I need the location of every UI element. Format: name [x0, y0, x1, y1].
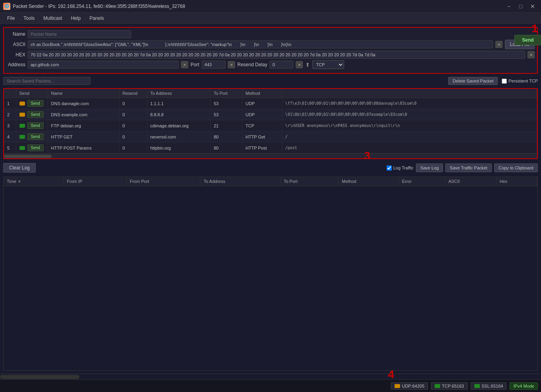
send-row4-button[interactable]: Send — [27, 133, 44, 140]
packet-editor-panel: 1 Name 2 Send Save ASCII ✕ Load File HEX — [3, 27, 538, 74]
log-traffic-label: Log Traffic — [393, 165, 414, 170]
log-col-method: Method — [339, 177, 399, 186]
log-traffic-checkbox[interactable] — [387, 165, 392, 171]
panel4-label: 4 — [388, 368, 394, 381]
menu-file[interactable]: File — [3, 15, 19, 22]
address-row: Address ✕ Port ✕ Resend Delay ✕ ⬆ TCP UD… — [6, 60, 535, 69]
log-traffic-check[interactable]: Log Traffic — [387, 165, 414, 171]
row3-port: 21 — [210, 120, 242, 131]
save-log-button[interactable]: Save Log — [416, 163, 443, 172]
minimize-button[interactable]: − — [504, 2, 514, 10]
col-resend: Resend — [119, 89, 147, 98]
send-button[interactable]: Send — [514, 35, 541, 45]
menu-multicast[interactable]: Multicast — [39, 15, 66, 22]
send-row1-button[interactable]: Send — [27, 100, 44, 107]
row1-method: UDP — [242, 98, 282, 109]
send-row2-button[interactable]: Send — [27, 111, 44, 118]
col-to-port: To Port — [210, 89, 242, 98]
row4-data: / — [282, 131, 537, 142]
log-toolbar: Clear Log Log Traffic Save Log Save Traf… — [3, 161, 538, 174]
hex-row: HEX ✕ — [6, 51, 535, 59]
window-controls[interactable]: − □ ✕ — [504, 2, 538, 10]
hex-clear-button[interactable]: ✕ — [528, 51, 535, 58]
address-clear-button[interactable]: ✕ — [181, 61, 188, 68]
table-row: 5 Send HTTP POST Params 0 httpbin.org 80… — [4, 142, 537, 154]
close-button[interactable]: ✕ — [528, 2, 538, 10]
row1-name: DNS dannagle.com — [48, 98, 119, 109]
search-toolbar: Delete Saved Packet Persistent TCP — [3, 76, 538, 86]
row2-port: 53 — [210, 109, 242, 120]
upload-icon: ⬆ — [305, 61, 310, 68]
copy-clipboard-button[interactable]: Copy to Clipboard — [494, 163, 538, 172]
title-bar-left: 🌐 Packet Sender - IPs: 192.168.254.11, f… — [3, 3, 185, 10]
ascii-input[interactable] — [28, 40, 493, 48]
name-input[interactable] — [28, 30, 131, 38]
delete-saved-button[interactable]: Delete Saved Packet — [448, 77, 498, 85]
main-content: 1 Name 2 Send Save ASCII ✕ Load File HEX — [0, 24, 541, 374]
panel1-label: 1 — [531, 24, 538, 35]
row3-address: cdimage.debian.org — [147, 120, 210, 131]
log-table-container: Time ▼ From IP From Port To Address To P… — [3, 177, 538, 371]
send-icon-http2 — [19, 146, 25, 150]
udp-status: UDP:64205 — [391, 382, 428, 390]
save-traffic-button[interactable]: Save Traffic Packet — [445, 163, 492, 172]
row5-port: 80 — [210, 142, 242, 154]
sort-icon[interactable]: ▼ — [17, 179, 21, 184]
bottom-scrollbar[interactable] — [0, 374, 541, 379]
row4-name: HTTP GET — [48, 131, 119, 142]
table-scrollbar[interactable] — [4, 154, 537, 158]
maximize-button[interactable]: □ — [516, 2, 526, 10]
port-label: Port — [191, 62, 199, 67]
row3-name: FTP debian.org — [48, 120, 119, 131]
send-icon-udp2 — [19, 113, 25, 117]
menu-panels[interactable]: Panels — [85, 15, 108, 22]
row3-method: TCP — [242, 120, 282, 131]
col-name: Name — [48, 89, 119, 98]
persistent-tcp-label: Persistent TCP — [508, 79, 538, 83]
window-title: Packet Sender - IPs: 192.168.254.11, fe8… — [13, 4, 185, 9]
send-icon-udp — [19, 102, 25, 106]
row1-address: 1.1.1.1 — [147, 98, 210, 109]
log-col-ascii: ASCII — [445, 177, 496, 186]
persistent-tcp-checkbox[interactable] — [502, 79, 507, 84]
clear-log-button[interactable]: Clear Log — [3, 163, 36, 173]
row4-address: neverssl.com — [147, 131, 210, 142]
port-input[interactable] — [202, 61, 225, 69]
send-row3-button[interactable]: Send — [27, 122, 44, 129]
ascii-clear-button[interactable]: ✕ — [495, 41, 502, 48]
row4-method: HTTP Get — [242, 131, 282, 142]
menu-bar: File Tools Multicast Help Panels — [0, 13, 541, 24]
saved-packets-panel: 3 Send Name Resend To Address To Port Me… — [3, 88, 538, 159]
log-col-from-ip: From IP — [64, 177, 126, 186]
row3-data: \r\nUSER anonymous\r\nPASS anonymous\r\n… — [282, 120, 537, 131]
menu-help[interactable]: Help — [67, 15, 85, 22]
bottom-scrollbar-thumb[interactable] — [0, 375, 79, 379]
row1-port: 53 — [210, 98, 242, 109]
name-row: Name 2 Send Save — [6, 30, 535, 38]
ascii-label: ASCII — [6, 42, 25, 47]
log-col-error: Error — [399, 177, 445, 186]
row1-resend: 0 — [119, 98, 147, 109]
persistent-tcp-toggle[interactable]: Persistent TCP — [502, 79, 538, 84]
menu-tools[interactable]: Tools — [19, 15, 39, 22]
ascii-row: ASCII ✕ Load File — [6, 40, 535, 49]
udp-label: UDP:64205 — [402, 384, 424, 388]
hex-input[interactable] — [28, 51, 525, 59]
search-input[interactable] — [3, 77, 90, 85]
panel3-label: 3 — [364, 150, 370, 159]
table-row: 3 Send FTP debian.org 0 cdimage.debian.o… — [4, 120, 537, 131]
log-col-time: Time ▼ — [4, 177, 64, 186]
address-label: Address — [6, 62, 25, 67]
send-row5-button[interactable]: Send — [27, 144, 44, 151]
address-input[interactable] — [28, 61, 179, 69]
ipv4-label: IPv4 Mode — [513, 384, 534, 388]
scrollbar-thumb[interactable] — [4, 155, 52, 158]
protocol-select[interactable]: TCP UDP SSL — [312, 60, 344, 69]
resend-clear-button[interactable]: ✕ — [296, 61, 303, 68]
row2-address: 8.8.8.8 — [147, 109, 210, 120]
ssl-label: SSL:65164 — [481, 384, 503, 388]
port-clear-button[interactable]: ✕ — [228, 61, 235, 68]
row5-resend: 0 — [119, 142, 147, 154]
resend-input[interactable] — [270, 61, 293, 69]
col-method: Method — [242, 89, 282, 98]
